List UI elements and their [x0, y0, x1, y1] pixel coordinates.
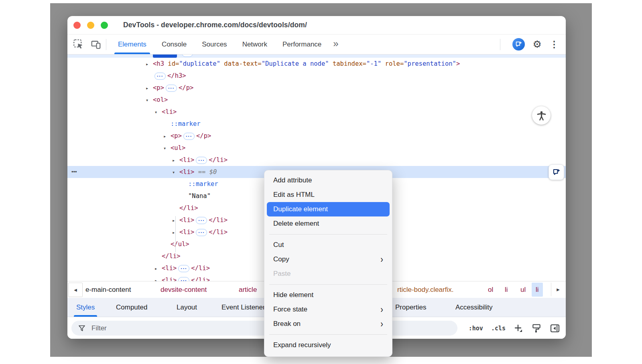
- collapsed-content-ellipsis-button[interactable]: ···: [196, 229, 207, 236]
- collapsed-content-ellipsis-button[interactable]: ···: [196, 157, 207, 164]
- token-pseudo: ::marker: [188, 180, 218, 188]
- breadcrumb-item[interactable]: li: [505, 281, 508, 298]
- submenu-chevron-icon: ›: [380, 320, 383, 329]
- close-window-button[interactable]: [73, 22, 81, 29]
- menu-item-delete-element[interactable]: Delete element: [264, 216, 392, 231]
- tab-performance[interactable]: Performance: [275, 34, 329, 54]
- menu-item-force-state[interactable]: Force state›: [264, 302, 392, 317]
- tab-network[interactable]: Network: [235, 34, 275, 54]
- selected-row-gutter-dots: •••: [71, 166, 77, 178]
- sidebar-tab-properties[interactable]: Properties: [395, 298, 426, 317]
- toolbar-right-divider: [500, 39, 500, 50]
- disclosure-right-icon[interactable]: ▸: [154, 275, 162, 281]
- collapsed-content-ellipsis-button[interactable]: ···: [178, 277, 189, 281]
- token-val: "-1": [366, 60, 381, 67]
- sidebar-tab-computed[interactable]: Computed: [116, 298, 147, 317]
- token-text: "Nana": [188, 192, 211, 200]
- token-hint: == $0: [194, 168, 217, 176]
- disclosure-right-icon[interactable]: ▸: [154, 263, 162, 275]
- rendering-brush-icon[interactable]: [531, 323, 542, 334]
- dom-tree-row[interactable]: ···</h3>: [67, 70, 566, 82]
- sidebar-toggle-icon[interactable]: [550, 323, 560, 334]
- disclosure-down-icon[interactable]: ▾: [163, 142, 171, 154]
- menu-item-copy[interactable]: Copy›: [264, 252, 392, 267]
- pseudo-state-toggle[interactable]: :hov: [469, 325, 483, 332]
- settings-gear-icon[interactable]: ⚙: [533, 39, 542, 49]
- collapsed-content-ellipsis-button[interactable]: ···: [182, 55, 193, 57]
- dom-tree-row[interactable]: ▸<p>···</p>: [67, 82, 566, 94]
- collapsed-content-ellipsis-button[interactable]: ···: [183, 133, 195, 140]
- collapsed-content-ellipsis-button[interactable]: ···: [154, 73, 166, 80]
- more-tabs-chevron-icon[interactable]: »: [329, 38, 342, 49]
- breadcrumb-scroll-left-button[interactable]: ◂: [68, 283, 83, 297]
- menu-item-duplicate-element[interactable]: Duplicate element: [267, 202, 390, 216]
- inspect-element-icon[interactable]: [72, 38, 84, 51]
- disclosure-down-icon[interactable]: ▾: [146, 94, 153, 106]
- breadcrumb-item-selected[interactable]: li: [532, 283, 543, 297]
- tab-elements[interactable]: Elements: [110, 34, 154, 54]
- token-val: "Duplicate a node": [262, 60, 329, 67]
- dom-tree-row[interactable]: ▸<p>···</p>: [67, 130, 566, 142]
- menu-item-edit-as-html[interactable]: Edit as HTML: [264, 188, 392, 202]
- disclosure-right-icon[interactable]: ▸: [146, 82, 153, 94]
- menu-item-collapse-children[interactable]: Collapse children: [264, 352, 392, 357]
- dom-tree-row[interactable]: ▾<ul>: [67, 142, 566, 154]
- device-toolbar-icon[interactable]: [90, 38, 102, 51]
- tab-sources[interactable]: Sources: [194, 34, 234, 54]
- disclosure-right-icon[interactable]: ▸: [146, 58, 153, 70]
- breadcrumb-item[interactable]: devsite-content: [160, 281, 207, 298]
- token-tag: <p>: [153, 84, 164, 91]
- disclosure-right-icon[interactable]: ▸: [172, 154, 179, 166]
- breadcrumb-scroll-right-button[interactable]: ▸: [551, 283, 565, 296]
- token-val: "presentation": [404, 60, 456, 67]
- menu-item-label: Force state: [273, 305, 307, 313]
- token-tag: </p>: [179, 84, 193, 91]
- sidebar-tab-event-listeners[interactable]: Event Listeners: [221, 298, 268, 317]
- dom-tree-row[interactable]: ···</: [67, 55, 566, 58]
- token-tag: <p>: [171, 132, 182, 140]
- breadcrumb-item[interactable]: rticle-body.clearfix.: [397, 281, 453, 298]
- dom-tree-row[interactable]: ▾<ol>: [67, 94, 566, 106]
- dom-tree-row[interactable]: ▸<h3 id="duplicate" data-text="Duplicate…: [67, 58, 566, 70]
- token-attr: data-text=: [220, 60, 262, 67]
- sidebar-tab-layout[interactable]: Layout: [177, 298, 197, 317]
- dom-tree-row[interactable]: ▸<li>···</li>: [67, 154, 566, 166]
- breadcrumb-item[interactable]: e-main-content: [85, 281, 131, 298]
- row-ai-assistant-button[interactable]: [549, 164, 564, 180]
- collapsed-content-ellipsis-button[interactable]: ···: [166, 85, 177, 92]
- breadcrumb-item[interactable]: ul: [520, 281, 526, 298]
- disclosure-right-icon[interactable]: ▸: [172, 226, 179, 239]
- token-tag: </li>: [191, 277, 210, 281]
- dom-tree-row[interactable]: ::marker: [67, 118, 566, 130]
- collapsed-content-ellipsis-button[interactable]: ···: [178, 265, 189, 272]
- disclosure-right-icon[interactable]: ▸: [172, 214, 179, 226]
- breadcrumb-item[interactable]: article: [239, 281, 257, 298]
- context-menu: Add attributeEdit as HTMLDuplicate eleme…: [264, 170, 392, 357]
- disclosure-down-icon[interactable]: ▾: [154, 106, 162, 118]
- tab-console[interactable]: Console: [154, 34, 194, 54]
- menu-item-add-attribute[interactable]: Add attribute: [264, 173, 392, 188]
- more-options-kebab-icon[interactable]: ⋮: [550, 40, 559, 49]
- minimize-window-button[interactable]: [87, 22, 94, 29]
- menu-item-break-on[interactable]: Break on›: [264, 317, 392, 331]
- dom-tree-row[interactable]: ▾<li>: [67, 106, 566, 118]
- menu-item-cut[interactable]: Cut: [264, 238, 392, 252]
- sidebar-tab-accessibility[interactable]: Accessibility: [455, 298, 493, 317]
- element-class-toggle[interactable]: .cls: [491, 325, 506, 332]
- token-tag: <ol>: [153, 96, 168, 103]
- breadcrumb-item[interactable]: ol: [488, 281, 493, 298]
- menu-item-label: Break on: [273, 320, 301, 328]
- collapsed-content-ellipsis-button[interactable]: ···: [196, 217, 207, 224]
- filter-funnel-icon: [78, 324, 86, 332]
- menu-item-expand-recursively[interactable]: Expand recursively: [264, 338, 392, 352]
- disclosure-down-icon[interactable]: ▾: [172, 166, 179, 178]
- menu-item-hide-element[interactable]: Hide element: [264, 288, 392, 302]
- disclosure-right-icon[interactable]: ▸: [163, 130, 171, 142]
- sidebar-tab-styles[interactable]: Styles: [76, 298, 95, 317]
- ai-assistant-icon[interactable]: [512, 38, 525, 51]
- menu-item-label: Hide element: [273, 291, 313, 299]
- token-tag: >: [456, 60, 460, 67]
- zoom-window-button[interactable]: [101, 22, 108, 29]
- new-style-rule-plus-icon[interactable]: [514, 324, 523, 333]
- accessibility-person-icon[interactable]: [532, 106, 551, 125]
